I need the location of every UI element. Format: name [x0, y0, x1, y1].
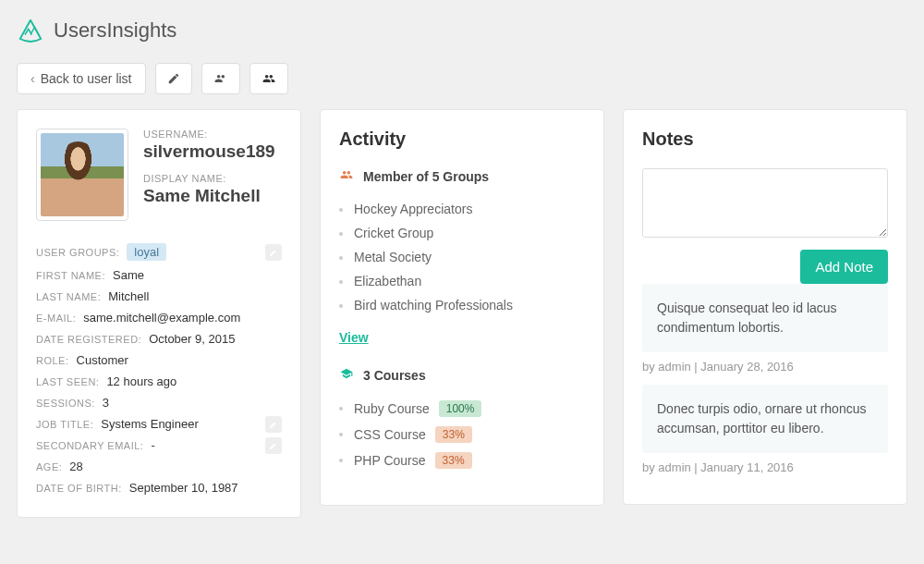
- users-icon: [339, 168, 354, 184]
- pencil-icon: [269, 248, 278, 257]
- course-pct: 33%: [435, 452, 472, 469]
- field-date-registered: DATE REGISTERED:October 9, 2015: [36, 328, 282, 349]
- avatar: [36, 129, 128, 221]
- graduation-cap-icon: [339, 367, 354, 383]
- list-item: Elizabethan: [339, 269, 585, 293]
- toolbar: ‹Back to user list: [17, 63, 907, 94]
- note-item: Quisque consequat leo id lacus condiment…: [642, 284, 888, 352]
- displayname-label: DISPLAY NAME:: [143, 173, 275, 184]
- note-input[interactable]: [642, 168, 888, 238]
- note-meta: by admin | January 28, 2016: [642, 360, 888, 374]
- field-sessions: SESSIONS:3: [36, 392, 282, 413]
- pencil-icon: [167, 72, 180, 85]
- field-last-seen: LAST SEEN:12 hours ago: [36, 371, 282, 392]
- chevron-left-icon: ‹: [30, 71, 35, 86]
- groups-list: Hockey Appreciators Cricket Group Metal …: [339, 197, 585, 317]
- field-job-title: JOB TITLE:Systems Engineer: [36, 413, 282, 435]
- users-dark-button[interactable]: [249, 63, 288, 94]
- list-item: Hockey Appreciators: [339, 197, 585, 221]
- note-item: Donec turpis odio, ornare ut rhoncus acc…: [642, 385, 888, 453]
- field-last-name: LAST NAME:Mitchell: [36, 286, 282, 307]
- user-groups-badge[interactable]: loyal: [127, 243, 166, 261]
- pencil-icon: [269, 441, 278, 450]
- pencil-icon: [269, 420, 278, 429]
- edit-secondary-email[interactable]: [265, 437, 282, 454]
- username-label: USERNAME:: [143, 129, 275, 140]
- course-name: Ruby Course: [354, 401, 430, 416]
- list-item: PHP Course33%: [339, 448, 585, 473]
- courses-heading-text: 3 Courses: [363, 368, 426, 383]
- user-group-button[interactable]: [201, 63, 240, 94]
- back-button[interactable]: ‹Back to user list: [17, 63, 146, 94]
- course-pct: 33%: [435, 426, 472, 443]
- field-age: AGE:28: [36, 456, 282, 477]
- edit-button[interactable]: [155, 63, 192, 94]
- courses-heading: 3 Courses: [339, 367, 585, 383]
- brand-bar: UsersInsights: [17, 17, 907, 44]
- activity-title: Activity: [339, 129, 585, 150]
- list-item: Metal Society: [339, 245, 585, 269]
- profile-card: USERNAME: silvermouse189 DISPLAY NAME: S…: [17, 109, 301, 518]
- notes-card: Notes Add Note Quisque consequat leo id …: [623, 109, 907, 505]
- user-groups-label: USER GROUPS:: [36, 247, 119, 258]
- add-note-button[interactable]: Add Note: [800, 250, 888, 284]
- username-value: silvermouse189: [143, 141, 275, 162]
- course-name: CSS Course: [354, 427, 426, 442]
- users-icon: [213, 72, 228, 85]
- note-meta: by admin | January 11, 2016: [642, 460, 888, 474]
- back-button-label: Back to user list: [41, 71, 132, 86]
- list-item: Bird watching Professionals: [339, 293, 585, 317]
- view-groups-link[interactable]: View: [339, 330, 369, 345]
- field-first-name: FIRST NAME:Same: [36, 264, 282, 286]
- field-role: ROLE:Customer: [36, 349, 282, 371]
- edit-user-groups[interactable]: [265, 244, 282, 261]
- courses-list: Ruby Course100% CSS Course33% PHP Course…: [339, 396, 585, 473]
- field-email: E-MAIL:same.mitchell@example.com: [36, 307, 282, 328]
- field-secondary-email: SECONDARY EMAIL:-: [36, 435, 282, 456]
- notes-title: Notes: [642, 129, 888, 150]
- brand-name: UsersInsights: [54, 18, 176, 43]
- course-name: PHP Course: [354, 453, 426, 468]
- list-item: Cricket Group: [339, 221, 585, 245]
- field-dob: DATE OF BIRTH:September 10, 1987: [36, 477, 282, 498]
- edit-job-title[interactable]: [265, 416, 282, 433]
- activity-card: Activity Member of 5 Groups Hockey Appre…: [320, 109, 604, 506]
- list-item: CSS Course33%: [339, 422, 585, 448]
- displayname-value: Same Mitchell: [143, 186, 275, 206]
- groups-heading-text: Member of 5 Groups: [363, 169, 489, 184]
- list-item: Ruby Course100%: [339, 396, 585, 422]
- logo-icon: [17, 17, 44, 44]
- field-user-groups: USER GROUPS: loyal: [36, 239, 282, 264]
- groups-heading: Member of 5 Groups: [339, 168, 585, 184]
- users-solid-icon: [261, 72, 276, 85]
- course-pct: 100%: [439, 400, 482, 417]
